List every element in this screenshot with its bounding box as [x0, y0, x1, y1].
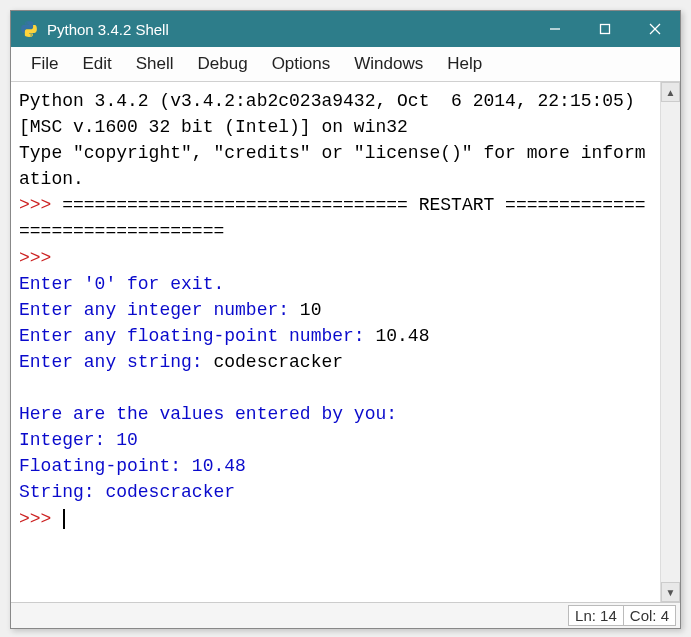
console-segment: Enter any string:: [19, 352, 213, 372]
console-segment: Here are the values entered by you:: [19, 404, 397, 424]
console-line: Enter '0' for exit.: [19, 271, 652, 297]
console-segment: 10: [300, 300, 322, 320]
console-line: Here are the values entered by you:: [19, 401, 652, 427]
console-segment: >>>: [19, 195, 62, 215]
close-button[interactable]: [630, 11, 680, 47]
console-segment: ================================ RESTART…: [19, 195, 646, 241]
scroll-down-button[interactable]: ▼: [661, 582, 680, 602]
scroll-up-button[interactable]: ▲: [661, 82, 680, 102]
status-line: Ln: 14: [568, 605, 624, 626]
console-segment: Enter any floating-point number:: [19, 326, 375, 346]
console-segment: >>>: [19, 509, 62, 529]
console-segment: Enter '0' for exit.: [19, 274, 224, 294]
titlebar[interactable]: Python 3.4.2 Shell: [11, 11, 680, 47]
console-line: String: codescracker: [19, 479, 652, 505]
console-line: Floating-point: 10.48: [19, 453, 652, 479]
minimize-button[interactable]: [530, 11, 580, 47]
console-line: Enter any integer number: 10: [19, 297, 652, 323]
content-area: Python 3.4.2 (v3.4.2:ab2c023a9432, Oct 6…: [11, 82, 680, 602]
menubar: FileEditShellDebugOptionsWindowsHelp: [11, 47, 680, 82]
console-segment: codescracker: [213, 352, 343, 372]
menu-options[interactable]: Options: [260, 51, 343, 77]
console-segment: Enter any integer number:: [19, 300, 300, 320]
statusbar: Ln: 14 Col: 4: [11, 602, 680, 628]
console-segment: Integer: 10: [19, 430, 138, 450]
maximize-button[interactable]: [580, 11, 630, 47]
menu-file[interactable]: File: [19, 51, 70, 77]
console-line: Enter any string: codescracker: [19, 349, 652, 375]
idle-window: Python 3.4.2 Shell FileEditShellDebugOpt…: [10, 10, 681, 629]
console-line: >>>: [19, 245, 652, 271]
console-line: >>>: [19, 506, 652, 532]
console-segment: 10.48: [375, 326, 429, 346]
console-output[interactable]: Python 3.4.2 (v3.4.2:ab2c023a9432, Oct 6…: [11, 82, 660, 602]
menu-edit[interactable]: Edit: [70, 51, 123, 77]
status-col: Col: 4: [624, 605, 676, 626]
console-line: >>> ================================ RES…: [19, 192, 652, 244]
console-segment: >>>: [19, 248, 62, 268]
console-segment: Python 3.4.2 (v3.4.2:ab2c023a9432, Oct 6…: [19, 91, 646, 137]
menu-debug[interactable]: Debug: [186, 51, 260, 77]
window-title: Python 3.4.2 Shell: [47, 21, 530, 38]
menu-windows[interactable]: Windows: [342, 51, 435, 77]
console-line: Enter any floating-point number: 10.48: [19, 323, 652, 349]
console-segment: Floating-point: 10.48: [19, 456, 246, 476]
menu-help[interactable]: Help: [435, 51, 494, 77]
svg-rect-1: [601, 25, 610, 34]
console-line: [19, 375, 652, 401]
python-icon: [19, 19, 39, 39]
menu-shell[interactable]: Shell: [124, 51, 186, 77]
console-segment: String: codescracker: [19, 482, 235, 502]
console-segment: Type "copyright", "credits" or "license(…: [19, 143, 646, 189]
console-line: Integer: 10: [19, 427, 652, 453]
window-controls: [530, 11, 680, 47]
vertical-scrollbar[interactable]: ▲ ▼: [660, 82, 680, 602]
text-cursor: [63, 509, 65, 529]
console-line: Python 3.4.2 (v3.4.2:ab2c023a9432, Oct 6…: [19, 88, 652, 140]
console-line: Type "copyright", "credits" or "license(…: [19, 140, 652, 192]
